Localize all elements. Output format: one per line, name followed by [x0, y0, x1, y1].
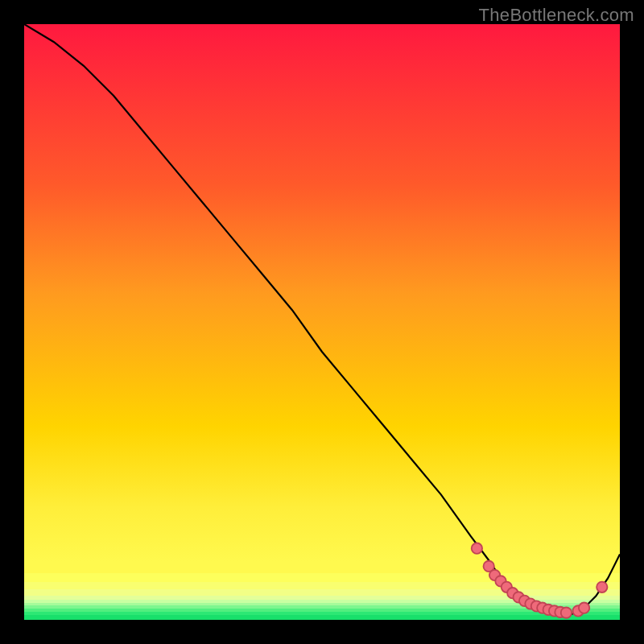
- bottleneck-curve-svg: [24, 24, 620, 620]
- bottleneck-curve-path: [24, 24, 620, 614]
- marker-group: [472, 543, 608, 618]
- curve-marker: [597, 582, 607, 592]
- attribution-label: TheBottleneck.com: [479, 5, 634, 26]
- curve-marker: [472, 543, 482, 554]
- plot-area: [24, 24, 620, 620]
- curve-marker: [579, 603, 589, 613]
- chart-frame: TheBottleneck.com: [0, 0, 644, 644]
- curve-marker: [561, 607, 572, 617]
